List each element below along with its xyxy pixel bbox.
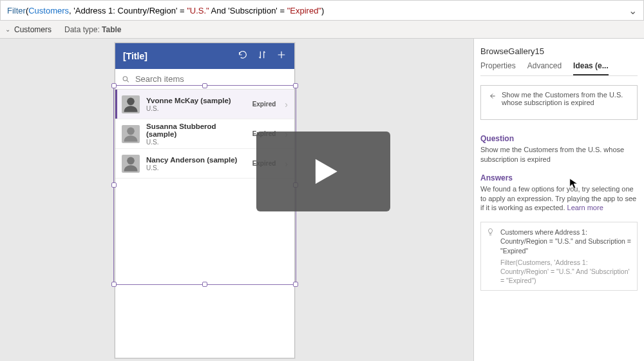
context-type: Data type: Table: [64, 25, 122, 34]
add-icon[interactable]: [276, 50, 287, 63]
answer-formula: Filter(Customers, 'Address 1: Country/Re…: [500, 258, 632, 286]
answers-heading: Answers: [480, 173, 638, 182]
item-name: Yvonne McKay (sample): [146, 97, 246, 104]
play-icon: [305, 153, 342, 190]
list-item[interactable]: Yvonne McKay (sample) U.S. Expired ›: [115, 90, 294, 119]
context-name: Customers: [14, 25, 52, 34]
panel-tabs: Properties Advanced Ideas (e...: [480, 61, 638, 76]
avatar: [122, 125, 140, 143]
lightbulb-icon: [486, 228, 495, 238]
properties-panel: BrowseGallery15 Properties Advanced Idea…: [473, 39, 644, 361]
avatar: [122, 95, 140, 113]
phone-title: [Title]: [123, 51, 147, 61]
svg-point-0: [123, 76, 127, 80]
tab-ideas[interactable]: Ideas (e...: [573, 61, 609, 75]
sort-icon[interactable]: [257, 50, 267, 63]
item-name: Susanna Stubberod (sample): [146, 122, 246, 138]
cursor-icon: [569, 178, 578, 192]
item-status: Expired: [252, 101, 276, 108]
play-button-overlay[interactable]: [256, 132, 390, 211]
chevron-down-icon[interactable]: ⌄: [5, 26, 10, 33]
learn-more-link[interactable]: Learn more: [567, 204, 603, 211]
search-bar[interactable]: [115, 69, 294, 90]
svg-point-2: [127, 127, 135, 135]
context-bar: ⌄ Customers Data type: Table: [0, 21, 644, 39]
expand-formula-icon[interactable]: ⌄: [629, 5, 637, 17]
ideas-input-text: Show me the Customers from the U.S. whos…: [502, 91, 630, 106]
chevron-right-icon: ›: [285, 99, 288, 110]
item-sub: U.S.: [146, 139, 246, 146]
selected-control-name: BrowseGallery15: [480, 46, 638, 56]
item-sub: U.S.: [146, 105, 246, 112]
answer-description: Customers where Address 1: Country/Regio…: [500, 228, 632, 255]
svg-point-3: [127, 157, 135, 164]
svg-point-1: [127, 97, 135, 105]
tab-properties[interactable]: Properties: [480, 61, 516, 75]
search-input[interactable]: [135, 74, 288, 84]
avatar: [122, 155, 140, 173]
tab-advanced[interactable]: Advanced: [527, 61, 562, 75]
phone-header: [Title]: [115, 43, 294, 69]
item-name: Nancy Anderson (sample): [146, 156, 246, 164]
back-arrow-icon[interactable]: [488, 92, 497, 101]
answers-text: We found a few options for you, try sele…: [480, 184, 638, 213]
question-heading: Question: [480, 134, 638, 143]
item-sub: U.S.: [146, 164, 246, 171]
search-icon: [122, 75, 130, 84]
ideas-input-box[interactable]: Show me the Customers from the U.S. whos…: [480, 85, 638, 120]
formula-bar[interactable]: Filter(Customers, 'Address 1: Country/Re…: [0, 0, 644, 21]
question-text: Show me the Customers from the U.S. whos…: [480, 145, 638, 164]
canvas[interactable]: [Title] Yvonne McKay (sample) U.S. Expir…: [0, 39, 473, 361]
answer-suggestion[interactable]: Customers where Address 1: Country/Regio…: [480, 222, 638, 291]
refresh-icon[interactable]: [238, 50, 248, 63]
formula-text: Filter(Customers, 'Address 1: Country/Re…: [7, 6, 324, 15]
